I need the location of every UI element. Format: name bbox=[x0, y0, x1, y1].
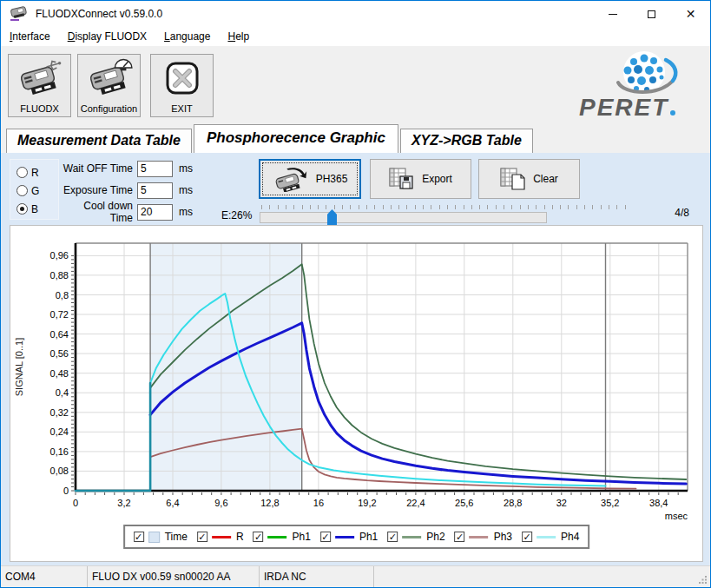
minimize-button[interactable] bbox=[593, 1, 632, 27]
tab-phosphorecence-graphic[interactable]: Phosphorecence Graphic bbox=[194, 124, 398, 153]
cool-down-time-input[interactable] bbox=[137, 204, 173, 221]
legend-checkbox[interactable]: ✓ bbox=[197, 532, 207, 542]
action-button-label: PH365 bbox=[316, 173, 348, 185]
fluodx-toolbar-button[interactable]: FLUODX bbox=[8, 54, 71, 117]
x-unit-label: msec bbox=[665, 511, 688, 521]
ph365-button[interactable]: PH365 bbox=[259, 159, 361, 199]
field-unit-label: ms bbox=[179, 162, 193, 175]
status-cell-fluo-dx-v00-59-sn00020-aa: FLUO DX v00.59 sn00020 AA bbox=[88, 566, 260, 587]
maximize-icon bbox=[648, 10, 655, 18]
toolbar-button-label: FLUODX bbox=[20, 103, 59, 114]
configuration-toolbar-button[interactable]: Configuration bbox=[77, 54, 141, 117]
logo-text: PERET bbox=[579, 94, 669, 121]
radio-icon bbox=[16, 203, 28, 215]
svg-text:0,32: 0,32 bbox=[50, 407, 69, 418]
window-title: FLUODXConnect v0.59.0.0 bbox=[36, 8, 162, 20]
svg-text:0,72: 0,72 bbox=[50, 309, 69, 320]
legend-line-swatch bbox=[212, 536, 231, 538]
legend-checkbox[interactable]: ✓ bbox=[522, 532, 532, 542]
legend-checkbox[interactable]: ✓ bbox=[320, 532, 331, 542]
svg-text:0,08: 0,08 bbox=[50, 466, 69, 476]
legend-line-swatch bbox=[537, 536, 556, 538]
status-bar: COM4FLUO DX v00.59 sn00020 AAIRDA NC bbox=[1, 565, 710, 587]
resize-grip[interactable] bbox=[699, 576, 708, 585]
field-row-exposure-time: Exposure Timems bbox=[62, 182, 193, 199]
svg-text:0,8: 0,8 bbox=[56, 290, 69, 301]
toolbar: PERET FLUODXConfigurationEXIT bbox=[1, 46, 710, 127]
svg-text:16: 16 bbox=[313, 498, 324, 508]
title-bar: FLUODXConnect v0.59.0.0 ✕ bbox=[1, 1, 710, 27]
menu-item-language[interactable]: Language bbox=[155, 28, 219, 45]
exposure-time-input[interactable] bbox=[137, 182, 173, 199]
status-cell-blank bbox=[374, 566, 710, 587]
exit-toolbar-button[interactable]: EXIT bbox=[150, 54, 214, 117]
svg-text:0,64: 0,64 bbox=[50, 329, 69, 340]
legend-checkbox[interactable]: ✓ bbox=[455, 532, 465, 542]
channel-label: B bbox=[31, 203, 38, 215]
svg-text:6,4: 6,4 bbox=[166, 498, 179, 508]
legend-item-ph4-6: ✓Ph4 bbox=[522, 531, 579, 543]
legend-label: R bbox=[236, 531, 244, 543]
signal-chart: 03,26,49,612,81619,222,425,628,83235,238… bbox=[10, 226, 702, 521]
configuration-device-icon bbox=[78, 58, 140, 100]
channel-label: G bbox=[31, 185, 39, 197]
channel-radio-r[interactable]: R bbox=[16, 163, 58, 182]
export-table-icon bbox=[389, 168, 415, 191]
close-icon: ✕ bbox=[686, 7, 696, 21]
action-button-label: Clear bbox=[533, 173, 558, 185]
wait-off-time-input[interactable] bbox=[137, 161, 173, 177]
fluodx-device-icon bbox=[9, 58, 70, 100]
status-cell-irda-nc: IRDA NC bbox=[260, 566, 374, 587]
maximize-button[interactable] bbox=[632, 1, 671, 27]
exposure-percent-label: E:26% bbox=[221, 209, 252, 221]
ph365-device-icon bbox=[273, 166, 309, 192]
svg-text:0,24: 0,24 bbox=[50, 426, 69, 437]
legend-checkbox[interactable]: ✓ bbox=[134, 532, 144, 542]
legend-label: Ph1 bbox=[293, 531, 311, 543]
svg-text:0,16: 0,16 bbox=[50, 446, 69, 457]
menu-item-display-fluodx[interactable]: Display FLUODX bbox=[59, 28, 155, 45]
svg-text:22,4: 22,4 bbox=[406, 498, 425, 508]
legend-line-swatch bbox=[470, 536, 489, 538]
legend-item-ph2-4: ✓Ph2 bbox=[387, 531, 444, 543]
y-axis-label: SIGNAL [0..1] bbox=[14, 338, 24, 396]
content-panel: RGB Wait OFF TimemsExposure TimemsCool d… bbox=[1, 153, 710, 567]
legend-label: Ph1 bbox=[359, 531, 378, 543]
channel-label: R bbox=[31, 167, 39, 179]
svg-text:0,48: 0,48 bbox=[50, 368, 69, 379]
svg-text:38,4: 38,4 bbox=[649, 498, 668, 508]
svg-text:35,2: 35,2 bbox=[601, 498, 619, 508]
legend-area-swatch bbox=[148, 532, 160, 543]
legend-label: Ph3 bbox=[494, 531, 512, 543]
legend-checkbox[interactable]: ✓ bbox=[387, 532, 398, 542]
legend-line-swatch bbox=[402, 536, 421, 538]
menu-item-help[interactable]: Help bbox=[219, 28, 258, 45]
channel-group-box: RGB bbox=[10, 159, 59, 220]
slider-tick-strip bbox=[261, 205, 629, 209]
channel-radio-g[interactable]: G bbox=[16, 182, 58, 200]
legend-label: Time bbox=[165, 531, 188, 543]
svg-text:32: 32 bbox=[556, 498, 567, 508]
close-button[interactable]: ✕ bbox=[671, 1, 710, 27]
svg-text:3,2: 3,2 bbox=[117, 498, 130, 508]
peret-logo: PERET bbox=[546, 48, 698, 122]
tab-xyz-rgb-table[interactable]: XYZ->RGB Table bbox=[400, 129, 533, 153]
menu-bar: InterfaceDisplay FLUODXLanguageHelp bbox=[1, 27, 710, 46]
svg-text:0: 0 bbox=[63, 486, 69, 496]
action-button-label: Export bbox=[422, 173, 452, 185]
legend-item-r-1: ✓R bbox=[197, 531, 244, 543]
svg-text:19,2: 19,2 bbox=[358, 498, 376, 508]
field-label: Cool down Time bbox=[62, 200, 133, 224]
legend-checkbox[interactable]: ✓ bbox=[253, 532, 264, 542]
tab-measurement-data-table[interactable]: Measurement Data Table bbox=[6, 129, 192, 153]
svg-text:0,96: 0,96 bbox=[50, 250, 69, 261]
legend-item-ph1-2: ✓Ph1 bbox=[253, 531, 311, 543]
field-unit-label: ms bbox=[179, 184, 193, 196]
menu-item-interface[interactable]: Interface bbox=[1, 28, 59, 45]
progress-slider-track[interactable] bbox=[260, 212, 547, 223]
channel-radio-b[interactable]: B bbox=[16, 200, 58, 218]
legend-line-swatch bbox=[335, 536, 354, 538]
export-button[interactable]: Export bbox=[370, 159, 471, 199]
clear-button[interactable]: Clear bbox=[478, 159, 580, 199]
toolbar-button-label: Configuration bbox=[81, 103, 137, 114]
